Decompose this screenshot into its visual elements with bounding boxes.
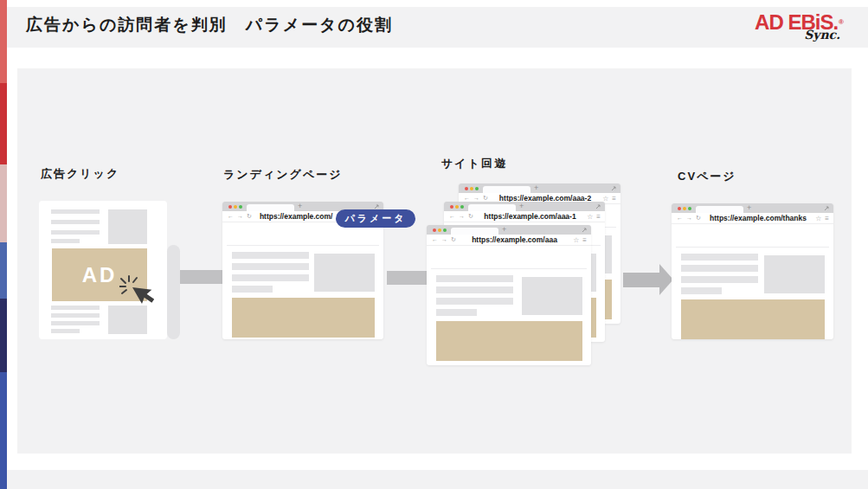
browser-window-site-front: + ← → ↻ https://example.com/aaa ☆≡ [427, 225, 591, 365]
url-actions: ☆≡ [573, 236, 587, 244]
content-divider [676, 247, 829, 248]
new-tab-icon: + [534, 183, 538, 193]
text-line-placeholder [681, 287, 722, 294]
vertical-connector-pill [167, 245, 180, 339]
text-line-placeholder [232, 274, 309, 281]
zoom-dot-icon [443, 228, 447, 232]
menu-icon: ≡ [612, 195, 616, 203]
url-text: https://example.com/aaa-1 [473, 212, 587, 221]
star-icon: ☆ [815, 215, 821, 222]
text-line-placeholder [681, 254, 758, 261]
zoom-dot-icon [460, 205, 464, 209]
forward-icon: → [686, 213, 692, 223]
browser-titlebar: + [672, 203, 833, 213]
minimize-dot-icon [470, 187, 473, 190]
browser-url-row: ← → ↻ https://example.com/thanks ☆≡ [672, 213, 833, 224]
text-line-placeholder [232, 252, 309, 259]
new-tab-icon: + [502, 225, 506, 235]
parameter-badge: パラメータ [336, 209, 415, 228]
stripe-segment [0, 164, 7, 242]
step-label-landing: ランディングページ [223, 167, 342, 183]
banner-placeholder [436, 321, 582, 361]
browser-url-row: ← → ↻ https://example.com/aaa-1 ☆≡ [444, 211, 605, 222]
connector-bar-1 [180, 270, 223, 284]
adebis-logo: AD EBiS.® Sync. [755, 12, 844, 42]
browser-titlebar: + [459, 183, 620, 193]
browser-titlebar: + [444, 202, 605, 211]
text-line-placeholder [436, 275, 513, 282]
text-line-placeholder [51, 220, 100, 224]
stripe-segment [0, 83, 7, 164]
zoom-dot-icon [239, 205, 242, 209]
step-label-ad-click: 広告クリック [41, 166, 119, 182]
forward-icon: → [459, 211, 465, 222]
text-line-placeholder [51, 239, 80, 243]
stripe-segment [0, 299, 7, 372]
slide: 広告からの訪問者を判別 パラメータの役割 AD EBiS.® Sync. 広告ク… [0, 0, 868, 489]
close-dot-icon [228, 205, 232, 209]
new-tab-icon: + [519, 202, 524, 211]
back-icon: ← [449, 211, 455, 222]
menu-icon: ≡ [596, 213, 601, 221]
zoom-dot-icon [475, 187, 479, 190]
text-line-placeholder [232, 286, 273, 293]
back-icon: ← [432, 235, 438, 245]
click-cursor-icon [119, 275, 154, 313]
text-line-placeholder [681, 265, 758, 272]
forward-icon: → [237, 211, 243, 222]
image-placeholder [108, 209, 147, 244]
url-actions: ☆≡ [587, 213, 601, 221]
image-placeholder [314, 254, 375, 292]
browser-tab [696, 206, 743, 213]
banner-placeholder [232, 298, 375, 338]
back-icon: ← [228, 211, 234, 222]
left-stripe [0, 0, 7, 489]
reload-icon: ↻ [247, 211, 252, 222]
url-text: https://example.com/ [260, 212, 333, 221]
text-line-placeholder [232, 263, 309, 270]
registered-mark-icon: ® [839, 18, 844, 26]
minimize-dot-icon [683, 207, 686, 210]
minimize-dot-icon [234, 205, 237, 209]
minimize-dot-icon [438, 228, 441, 232]
text-line-placeholder [436, 309, 477, 316]
image-placeholder [522, 277, 582, 315]
star-icon: ☆ [602, 195, 608, 203]
browser-window-cv: + ← → ↻ https://example.com/thanks ☆≡ [672, 203, 833, 339]
close-dot-icon [433, 228, 436, 232]
new-tab-icon: + [747, 203, 751, 213]
text-line-placeholder [51, 230, 100, 235]
url-actions: ☆≡ [815, 215, 829, 222]
stripe-segment [0, 372, 7, 489]
text-line-placeholder [51, 321, 100, 325]
text-line-placeholder [51, 209, 100, 214]
text-line-placeholder [51, 329, 80, 333]
url-text: https://example.com/thanks [701, 214, 815, 222]
close-dot-icon [450, 205, 453, 209]
text-line-placeholder [436, 298, 513, 305]
connector-bar-2 [387, 271, 430, 285]
url-actions: ☆≡ [602, 195, 616, 203]
footer-bar [0, 470, 868, 489]
browser-tab [468, 204, 516, 211]
text-line-placeholder [51, 306, 100, 310]
ad-page-card: AD [39, 201, 167, 339]
browser-tab [483, 186, 530, 193]
minimize-dot-icon [455, 205, 459, 209]
stripe-segment [0, 242, 7, 299]
banner-placeholder [681, 299, 825, 339]
star-icon: ☆ [587, 213, 593, 221]
text-line-placeholder [681, 276, 758, 283]
close-dot-icon [678, 207, 681, 210]
back-icon: ← [677, 213, 683, 223]
image-placeholder [764, 255, 825, 293]
step-label-cv: CVページ [678, 169, 736, 184]
content-divider [227, 245, 379, 246]
menu-icon: ≡ [825, 215, 829, 222]
menu-icon: ≡ [582, 236, 587, 244]
expand-icon [610, 185, 617, 192]
browser-url-row: ← → ↻ https://example.com/aaa ☆≡ [427, 235, 591, 246]
expand-icon [823, 205, 830, 212]
expand-icon [595, 203, 601, 210]
stripe-segment [0, 0, 7, 83]
